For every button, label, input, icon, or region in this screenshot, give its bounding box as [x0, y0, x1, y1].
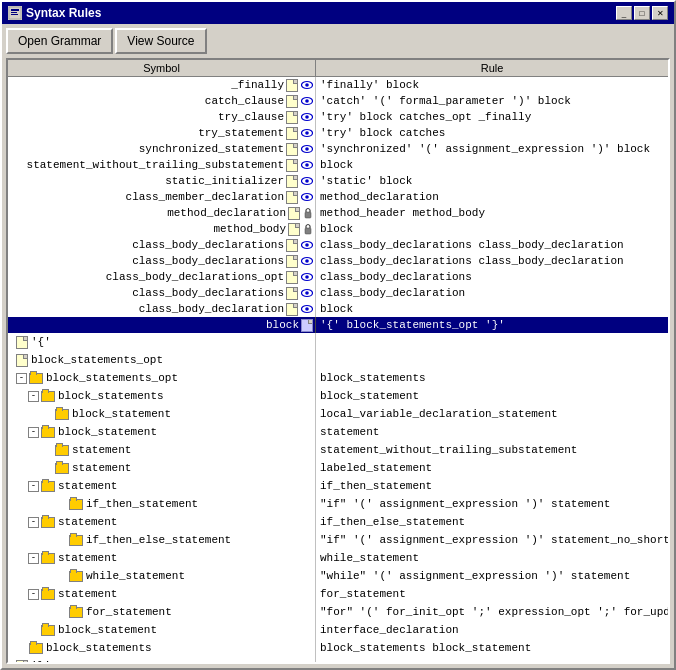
- table-row[interactable]: class_body_declarations class_body_decla…: [8, 285, 668, 301]
- table-row[interactable]: - statement if_then_else_statement: [8, 513, 668, 531]
- cell-symbol: block_statements_opt: [8, 351, 316, 369]
- cell-rule: block: [316, 157, 668, 173]
- close-button[interactable]: ✕: [652, 6, 668, 20]
- cell-symbol: static_initializer: [8, 173, 316, 189]
- table-row[interactable]: '{': [8, 333, 668, 351]
- table-row[interactable]: block_statements_opt: [8, 351, 668, 369]
- table-body[interactable]: _finally 'finally' block catch_clause: [8, 77, 668, 662]
- cell-symbol: synchronized_statement: [8, 141, 316, 157]
- view-source-button[interactable]: View Source: [115, 28, 206, 54]
- cell-symbol: class_body_declarations: [8, 285, 316, 301]
- tree-row: while_statement: [12, 568, 185, 584]
- table-row[interactable]: statement labeled_statement: [8, 459, 668, 477]
- table-row[interactable]: block_statement interface_declaration: [8, 621, 668, 639]
- table-row[interactable]: class_body_declaration block: [8, 301, 668, 317]
- tree-row: '}': [12, 658, 51, 662]
- tree-row: - statement: [12, 478, 117, 494]
- cell-symbol: for_statement: [8, 603, 316, 621]
- tree-row: - block_statements_opt: [12, 370, 178, 386]
- doc-icon: [286, 255, 298, 268]
- table-row[interactable]: statement statement_without_trailing_sub…: [8, 441, 668, 459]
- cell-rule: 'finally' block: [316, 77, 668, 93]
- expand-icon[interactable]: -: [16, 373, 27, 384]
- table-row[interactable]: method_body block: [8, 221, 668, 237]
- table-row[interactable]: '}': [8, 657, 668, 662]
- table-row[interactable]: - statement for_statement: [8, 585, 668, 603]
- toolbar: Open Grammar View Source: [2, 24, 674, 54]
- cell-symbol-selected: block: [8, 317, 316, 333]
- table-row[interactable]: - block_statements_opt block_statements: [8, 369, 668, 387]
- cell-rule: block: [316, 301, 668, 317]
- table-row[interactable]: block_statements block_statements block_…: [8, 639, 668, 657]
- cell-rule: statement_without_trailing_substatement: [316, 442, 668, 458]
- table-row[interactable]: class_body_declarations_opt class_body_d…: [8, 269, 668, 285]
- expand-icon[interactable]: -: [28, 427, 39, 438]
- table-row[interactable]: if_then_else_statement "if" '(' assignme…: [8, 531, 668, 549]
- table-row[interactable]: - statement while_statement: [8, 549, 668, 567]
- table-row[interactable]: - block_statements block_statement: [8, 387, 668, 405]
- selected-table-row[interactable]: block '{' block_statements_opt '}': [8, 317, 668, 333]
- cell-symbol: while_statement: [8, 567, 316, 585]
- tree-row: statement: [12, 442, 131, 458]
- doc-icon: [286, 271, 298, 284]
- svg-point-7: [305, 99, 309, 103]
- folder-icon: [41, 517, 55, 528]
- table-row[interactable]: try_statement 'try' block catches: [8, 125, 668, 141]
- table-row[interactable]: catch_clause 'catch' '(' formal_paramete…: [8, 93, 668, 109]
- table-row[interactable]: static_initializer 'static' block: [8, 173, 668, 189]
- table-row[interactable]: while_statement "while" '(' assignment_e…: [8, 567, 668, 585]
- cell-symbol: _finally: [8, 77, 316, 93]
- table-row[interactable]: synchronized_statement 'synchronized' '(…: [8, 141, 668, 157]
- expand-icon[interactable]: -: [28, 589, 39, 600]
- eye-icon: [300, 271, 313, 284]
- table-row[interactable]: _finally 'finally' block: [8, 77, 668, 93]
- cell-symbol: class_body_declaration: [8, 301, 316, 317]
- table-row[interactable]: class_member_declaration method_declarat…: [8, 189, 668, 205]
- title-bar-controls: _ □ ✕: [616, 6, 668, 20]
- svg-rect-21: [305, 228, 311, 234]
- table-row[interactable]: for_statement "for" '(' for_init_opt ';'…: [8, 603, 668, 621]
- eye-icon: [300, 175, 313, 188]
- table-row[interactable]: - statement if_then_statement: [8, 477, 668, 495]
- table-row[interactable]: try_clause 'try' block catches_opt _fina…: [8, 109, 668, 125]
- tree-row: if_then_else_statement: [12, 532, 231, 548]
- table-row[interactable]: class_body_declarations class_body_decla…: [8, 237, 668, 253]
- svg-point-31: [305, 307, 309, 311]
- maximize-button[interactable]: □: [634, 6, 650, 20]
- open-grammar-button[interactable]: Open Grammar: [6, 28, 113, 54]
- expand-icon[interactable]: -: [28, 481, 39, 492]
- minimize-button[interactable]: _: [616, 6, 632, 20]
- table-row[interactable]: class_body_declarations class_body_decla…: [8, 253, 668, 269]
- table-row[interactable]: method_declaration method_header method_…: [8, 205, 668, 221]
- folder-icon: [69, 535, 83, 546]
- svg-rect-3: [11, 14, 18, 15]
- tree-row: - statement: [12, 586, 117, 602]
- cell-symbol: - block_statements_opt: [8, 369, 316, 387]
- cell-rule: method_declaration: [316, 189, 668, 205]
- tree-row: - statement: [12, 514, 117, 530]
- table-row[interactable]: - block_statement statement: [8, 423, 668, 441]
- cell-symbol: try_statement: [8, 125, 316, 141]
- cell-symbol: statement_without_trailing_substatement: [8, 157, 316, 173]
- window-icon: [8, 6, 22, 20]
- expand-icon[interactable]: -: [28, 517, 39, 528]
- tree-row: for_statement: [12, 604, 172, 620]
- svg-rect-1: [11, 9, 19, 11]
- doc-icon: [16, 660, 28, 663]
- table-row[interactable]: statement_without_trailing_substatement …: [8, 157, 668, 173]
- cell-symbol: - block_statements: [8, 387, 316, 405]
- cell-rule: "if" '(' assignment_expression ')' state…: [316, 532, 668, 548]
- folder-icon: [69, 607, 83, 618]
- cell-symbol: if_then_else_statement: [8, 531, 316, 549]
- expand-icon[interactable]: -: [28, 391, 39, 402]
- doc-icon: [286, 287, 298, 300]
- tree-row: block_statements_opt: [12, 352, 163, 368]
- table-row[interactable]: if_then_statement "if" '(' assignment_ex…: [8, 495, 668, 513]
- cell-symbol: block_statements: [8, 639, 316, 657]
- lock-icon: [302, 207, 313, 220]
- doc-icon: [288, 207, 300, 220]
- expand-icon[interactable]: -: [28, 553, 39, 564]
- folder-icon: [55, 445, 69, 456]
- cell-symbol: class_body_declarations: [8, 253, 316, 269]
- table-row[interactable]: + block_statement local_variable_declara…: [8, 405, 668, 423]
